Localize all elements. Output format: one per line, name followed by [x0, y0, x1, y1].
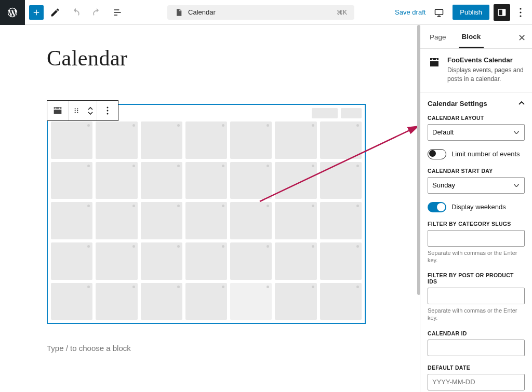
label-default-date: DEFAULT DATE	[428, 364, 525, 371]
input-calendar-id[interactable]	[428, 340, 525, 356]
calendar-cell	[51, 283, 92, 320]
calendar-cell	[141, 283, 182, 320]
top-center: Calendar ⌘K	[127, 5, 395, 20]
calendar-cell	[230, 283, 272, 320]
calendar-cell	[185, 121, 227, 159]
calendar-placeholder-grid	[51, 121, 362, 320]
toggle-limit-events[interactable]	[428, 149, 446, 159]
settings-sidebar: Page Block ✕ FooEvents Calendar Displays…	[420, 25, 532, 392]
help-filter-cat: Separate with commas or the Enter key.	[428, 249, 525, 264]
block-prompt[interactable]: Type / to choose a block	[47, 344, 389, 353]
calendar-cell	[185, 242, 227, 280]
svg-rect-2	[502, 9, 506, 16]
calendar-cell	[185, 202, 227, 239]
calendar-cell	[275, 162, 316, 199]
block-description: FooEvents Calendar Displays events, page…	[420, 49, 532, 92]
field-default-date: DEFAULT DATE	[428, 364, 525, 390]
block-options-button[interactable]	[97, 101, 118, 120]
label-calendar-id: CALENDAR ID	[428, 330, 525, 336]
calendar-block[interactable]	[47, 104, 366, 324]
wp-logo[interactable]	[0, 0, 25, 25]
label-start-day: CALENDAR START DAY	[428, 168, 525, 174]
redo-button[interactable]	[87, 3, 106, 22]
drag-icon	[73, 107, 80, 114]
calendar-cell	[320, 242, 362, 280]
calendar-cell	[230, 121, 272, 159]
calendar-cell	[230, 242, 272, 280]
placeholder-box	[341, 108, 362, 118]
top-right-tools: Save draft Publish	[395, 3, 532, 22]
input-filter-category[interactable]	[428, 230, 525, 247]
publish-button[interactable]: Publish	[453, 5, 489, 20]
tab-block[interactable]: Block	[459, 25, 484, 48]
preview-button[interactable]	[430, 3, 448, 22]
plus-icon	[32, 8, 41, 17]
add-block-button[interactable]	[29, 5, 44, 20]
page-icon	[175, 8, 183, 17]
input-default-date[interactable]	[428, 374, 525, 390]
svg-point-19	[436, 59, 437, 60]
chevron-up-icon	[518, 101, 525, 105]
top-bar: Calendar ⌘K Save draft Publish	[0, 0, 532, 25]
label-limit-events: Limit number of events	[451, 150, 520, 158]
calendar-cell	[275, 283, 316, 320]
field-filter-category: FILTER BY CATEGORY SLUGS Separate with c…	[428, 221, 525, 264]
input-filter-post[interactable]	[428, 288, 525, 304]
settings-sidebar-toggle[interactable]	[494, 4, 510, 21]
field-calendar-layout: CALENDAR LAYOUT Default	[428, 115, 525, 141]
block-desc-text: Displays events, pages and posts in a ca…	[447, 66, 525, 84]
svg-point-12	[75, 112, 76, 113]
label-display-weekends: Display weekends	[451, 203, 506, 211]
svg-point-16	[107, 113, 109, 115]
calendar-cell	[141, 121, 182, 159]
block-toolbar	[47, 100, 118, 121]
field-start-day: CALENDAR START DAY Sunday	[428, 168, 525, 194]
svg-point-10	[75, 110, 76, 111]
page-title[interactable]: Calendar	[47, 46, 389, 71]
calendar-cell	[185, 162, 227, 199]
move-up-down[interactable]	[84, 101, 97, 120]
sidebar-tabs: Page Block ✕	[420, 25, 532, 49]
edit-mode-button[interactable]	[46, 3, 64, 22]
calendar-cell	[96, 242, 137, 280]
calendar-cell	[96, 202, 137, 239]
drag-handle[interactable]	[69, 101, 84, 120]
undo-button[interactable]	[66, 3, 85, 22]
calendar-cell	[141, 202, 182, 239]
label-filter-post: FILTER BY POST OR PRODUCT IDS	[428, 272, 525, 285]
block-type-button[interactable]	[47, 101, 68, 120]
panel-title: Calendar Settings	[428, 100, 487, 107]
placeholder-box	[312, 108, 338, 118]
save-draft-link[interactable]: Save draft	[395, 8, 425, 16]
svg-point-6	[55, 108, 56, 109]
more-options-button[interactable]	[514, 4, 527, 21]
main: Calendar	[0, 25, 532, 392]
document-title-pill[interactable]: Calendar ⌘K	[167, 5, 354, 20]
document-overview-button[interactable]	[108, 3, 127, 22]
fooevents-icon	[52, 105, 63, 116]
tab-page[interactable]: Page	[427, 26, 449, 47]
select-layout[interactable]: Default	[428, 124, 525, 141]
label-layout: CALENDAR LAYOUT	[428, 115, 525, 121]
calendar-cell	[141, 242, 182, 280]
scrollbar-thumb[interactable]	[417, 25, 420, 295]
calendar-cell	[320, 162, 362, 199]
close-sidebar-button[interactable]: ✕	[518, 32, 526, 44]
svg-rect-0	[435, 9, 443, 15]
svg-point-11	[77, 110, 78, 111]
toggle-limit-events-row: Limit number of events	[428, 149, 525, 159]
toggle-display-weekends[interactable]	[428, 202, 446, 212]
field-filter-post: FILTER BY POST OR PRODUCT IDS Separate w…	[428, 272, 525, 322]
calendar-cell	[96, 162, 137, 199]
svg-point-5	[520, 15, 521, 17]
help-filter-post: Separate with commas or the Enter key.	[428, 307, 525, 322]
vertical-dots-icon	[520, 8, 522, 17]
svg-point-18	[432, 59, 433, 60]
select-start-day[interactable]: Sunday	[428, 177, 525, 194]
fooevents-icon	[428, 56, 442, 69]
panel-calendar-settings[interactable]: Calendar Settings	[420, 92, 532, 115]
calendar-cell	[320, 283, 362, 320]
wordpress-icon	[7, 7, 18, 18]
calendar-cell	[141, 162, 182, 199]
calendar-cell	[51, 242, 92, 280]
